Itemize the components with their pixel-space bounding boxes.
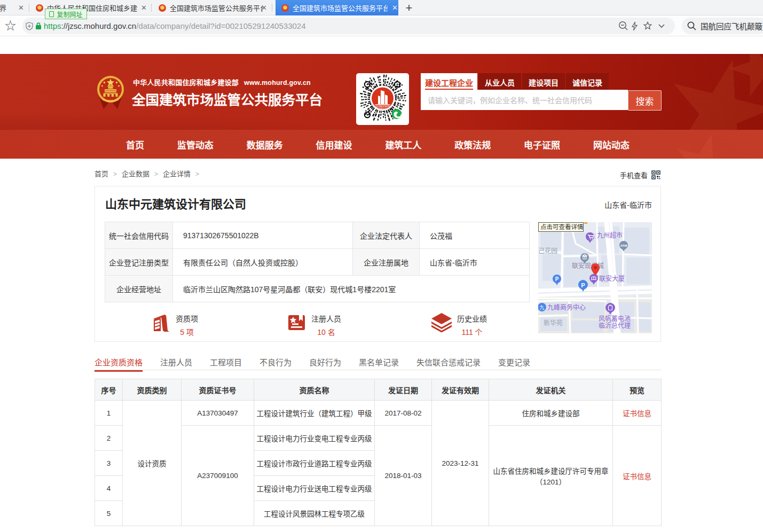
svg-text:ATM: ATM	[620, 244, 627, 247]
svg-text:公共服务平台: 公共服务平台	[377, 107, 387, 110]
svg-text:点击可查看详情: 点击可查看详情	[540, 223, 584, 230]
svg-text:新华苑: 新华苑	[544, 319, 563, 327]
svg-text:P: P	[555, 276, 559, 282]
svg-text:联安大厦: 联安大厦	[599, 275, 625, 283]
svg-text:九峰商务中心: 九峰商务中心	[547, 303, 586, 311]
svg-text:九州超市: 九州超市	[597, 231, 623, 239]
svg-text:临沂总代理: 临沂总代理	[599, 322, 631, 330]
svg-text:己花园: 己花园	[538, 247, 557, 255]
svg-text:风帆蓄电池: 风帆蓄电池	[599, 315, 631, 323]
svg-text:P: P	[581, 282, 585, 288]
svg-text:九: 九	[539, 305, 544, 310]
